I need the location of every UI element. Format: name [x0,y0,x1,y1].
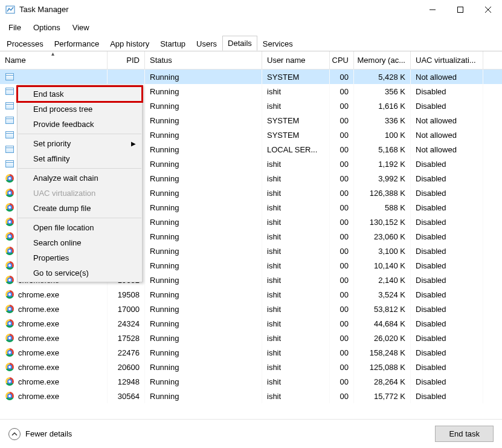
chrome-icon [5,232,14,241]
tab-app-history[interactable]: App history [105,36,155,51]
cell-pid: 12948 [108,374,145,389]
menu-view[interactable]: View [66,21,95,34]
cell-uac: Not allowed [411,70,483,84]
ctx-search-online[interactable]: Search online [18,235,142,250]
cell-cpu: 00 [330,389,354,403]
column-pid[interactable]: PID [108,51,145,69]
title-bar[interactable]: Task Manager [0,0,502,19]
cell-uac: Disabled [411,215,483,229]
cell-user-name: ishit [262,302,330,316]
cell-cpu: 00 [330,360,354,374]
tab-services[interactable]: Services [257,36,298,51]
chrome-icon [5,203,14,212]
cell-user-name: ishit [262,99,330,113]
cell-user-name: SYSTEM [262,113,330,128]
process-icon [5,72,14,82]
tab-users[interactable]: Users [191,36,222,51]
chrome-icon [5,348,14,357]
close-button[interactable] [474,0,502,19]
cell-cpu: 00 [330,157,354,171]
table-row[interactable]: chrome.exe30564Runningishit0015,772 KDis… [0,389,502,403]
table-row[interactable]: chrome.exe20600Runningishit00125,088 KDi… [0,360,502,374]
table-row[interactable]: chrome.exe22476Runningishit00158,248 KDi… [0,345,502,360]
menu-options[interactable]: Options [27,21,66,34]
cell-uac: Disabled [411,99,483,113]
cell-uac: Not allowed [411,113,483,128]
chrome-icon [5,188,14,198]
cell-status: Running [145,113,262,128]
maximize-button[interactable] [446,0,474,19]
ctx-properties[interactable]: Properties [18,250,142,265]
ctx-separator [18,134,141,134]
cell-uac: Disabled [411,157,483,171]
menu-file[interactable]: File [2,21,27,34]
end-task-button[interactable]: End task [435,426,494,442]
ctx-create-dump-file[interactable]: Create dump file [18,201,142,216]
table-row[interactable]: chrome.exe19508Runningishit003,524 KDisa… [0,287,502,302]
ctx-set-priority[interactable]: Set priority▶ [18,136,142,151]
ctx-end-process-tree[interactable]: End process tree [18,102,142,117]
cell-user-name: ishit [262,157,330,171]
chrome-icon [5,261,14,270]
process-name: chrome.exe [18,319,59,328]
cell-uac: Disabled [411,316,483,331]
cell-status: Running [145,99,262,113]
chrome-icon [5,362,14,372]
tab-strip: Processes Performance App history Startu… [0,35,502,51]
ctx-end-task[interactable]: End task [18,86,142,102]
cell-status: Running [145,70,262,84]
tab-performance[interactable]: Performance [49,36,105,51]
table-row[interactable]: chrome.exe17528Runningishit0026,020 KDis… [0,331,502,345]
cell-uac: Not allowed [411,142,483,157]
ctx-set-affinity[interactable]: Set affinity [18,151,142,166]
cell-user-name: ishit [262,215,330,229]
cell-memory: 53,812 K [354,302,411,316]
cell-status: Running [145,171,262,186]
ctx-go-to-services[interactable]: Go to service(s) [18,265,142,281]
table-row[interactable]: chrome.exe12948Runningishit0028,264 KDis… [0,374,502,389]
cell-name: chrome.exe [0,316,108,331]
ctx-analyze-wait-chain[interactable]: Analyze wait chain [18,170,142,186]
ctx-uac-virtualization: UAC virtualization [18,186,142,201]
cell-status: Running [145,316,262,331]
svg-rect-2 [458,7,463,12]
cell-status: Running [145,360,262,374]
cell-memory: 158,248 K [354,345,411,360]
minimize-button[interactable] [419,0,446,19]
cell-cpu: 00 [330,128,354,142]
tab-startup[interactable]: Startup [155,36,191,51]
cell-memory: 44,684 K [354,316,411,331]
process-name: chrome.exe [18,305,59,314]
tab-processes[interactable]: Processes [1,36,49,51]
tab-details[interactable]: Details [222,36,257,51]
cell-cpu: 00 [330,215,354,229]
chevron-right-icon: ▶ [131,140,136,147]
cell-cpu: 00 [330,84,354,99]
cell-status: Running [145,374,262,389]
cell-status: Running [145,229,262,244]
process-name: chrome.exe [18,392,59,401]
cell-status: Running [145,157,262,171]
cell-uac: Disabled [411,244,483,258]
process-icon [5,86,14,96]
cell-cpu: 00 [330,345,354,360]
column-user-name[interactable]: User name [262,51,330,69]
cell-cpu: 00 [330,99,354,113]
ctx-open-file-location[interactable]: Open file location [18,220,142,235]
table-row[interactable]: RunningSYSTEM005,428 KNot allowed [0,70,502,84]
column-memory[interactable]: Memory (ac... [354,51,411,69]
column-uac-virtualization[interactable]: UAC virtualizati... [411,51,483,69]
ctx-provide-feedback[interactable]: Provide feedback [18,117,142,132]
cell-status: Running [145,258,262,273]
cell-status: Running [145,331,262,345]
cell-cpu: 00 [330,316,354,331]
table-row[interactable]: chrome.exe24324Runningishit0044,684 KDis… [0,316,502,331]
column-status[interactable]: Status [145,51,262,69]
cell-memory: 1,192 K [354,157,411,171]
column-cpu[interactable]: CPU [330,51,354,69]
table-row[interactable]: chrome.exe17000Runningishit0053,812 KDis… [0,302,502,316]
fewer-details-toggle[interactable]: Fewer details [8,428,72,440]
process-icon [5,144,14,154]
ctx-separator [18,218,141,218]
cell-cpu: 00 [330,200,354,215]
